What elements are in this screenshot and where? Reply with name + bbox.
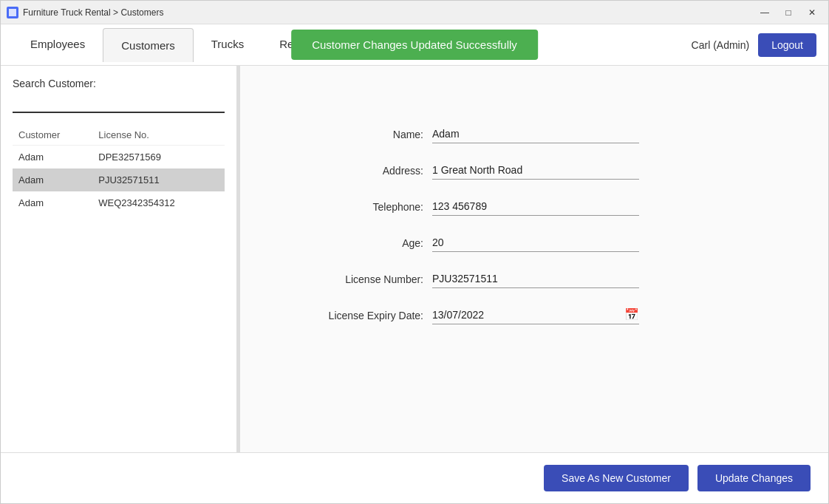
user-label: Carl (Admin) bbox=[692, 39, 750, 51]
form-row-telephone: Telephone: bbox=[299, 197, 769, 216]
address-label: Address: bbox=[299, 165, 432, 180]
form-row-license-expiry: License Expiry Date: 📅 bbox=[299, 306, 769, 324]
notification-banner-wrapper: Customer Changes Updated Successfully bbox=[291, 30, 538, 60]
customer-table: Customer License No. AdamDPE32571569Adam… bbox=[13, 125, 225, 214]
nav-bar: Employees Customers Trucks Rentals Custo… bbox=[1, 24, 828, 66]
window-title: Furniture Truck Rental > Customers bbox=[23, 7, 163, 18]
telephone-label: Telephone: bbox=[299, 201, 432, 216]
form-row-age: Age: bbox=[299, 234, 769, 252]
license-expiry-input[interactable] bbox=[432, 306, 639, 324]
app-icon bbox=[7, 7, 18, 18]
license-cell: PJU32571511 bbox=[92, 168, 225, 191]
age-label: Age: bbox=[299, 237, 432, 252]
save-new-customer-button[interactable]: Save As New Customer bbox=[544, 465, 689, 491]
age-field bbox=[432, 234, 639, 252]
customer-name-cell: Adam bbox=[13, 146, 92, 169]
nav-tabs: Employees Customers Trucks Rentals bbox=[13, 27, 335, 63]
search-input[interactable] bbox=[13, 94, 225, 113]
telephone-input[interactable] bbox=[432, 197, 639, 216]
svg-rect-0 bbox=[9, 9, 16, 16]
success-notification: Customer Changes Updated Successfully bbox=[291, 30, 538, 60]
nav-right: Carl (Admin) Logout bbox=[692, 33, 816, 57]
license-cell: WEQ2342354312 bbox=[92, 191, 225, 214]
logout-button[interactable]: Logout bbox=[758, 33, 816, 57]
minimize-button[interactable]: — bbox=[754, 5, 775, 20]
license-expiry-field: 📅 bbox=[432, 306, 639, 324]
calendar-icon[interactable]: 📅 bbox=[624, 307, 639, 321]
window-controls: — □ ✕ bbox=[754, 5, 822, 20]
maximize-button[interactable]: □ bbox=[778, 5, 799, 20]
content-area: Search Customer: Customer License No. Ad… bbox=[1, 66, 828, 452]
form-row-name: Name: bbox=[299, 125, 769, 143]
search-label: Search Customer: bbox=[13, 78, 225, 89]
name-input[interactable] bbox=[432, 125, 639, 143]
telephone-field bbox=[432, 197, 639, 216]
name-label: Name: bbox=[299, 129, 432, 143]
form-row-license-number: License Number: bbox=[299, 270, 769, 288]
form-row-address: Address: bbox=[299, 161, 769, 180]
main-content: Name: Address: Telephone: bbox=[240, 66, 828, 452]
name-field bbox=[432, 125, 639, 143]
sidebar: Search Customer: Customer License No. Ad… bbox=[1, 66, 237, 452]
title-bar-left: Furniture Truck Rental > Customers bbox=[7, 7, 163, 18]
form-area: Name: Address: Telephone: bbox=[299, 125, 769, 342]
license-expiry-label: License Expiry Date: bbox=[299, 310, 432, 324]
col-license: License No. bbox=[92, 125, 225, 146]
address-input[interactable] bbox=[432, 161, 639, 180]
tab-trucks[interactable]: Trucks bbox=[194, 27, 262, 63]
license-number-input[interactable] bbox=[432, 270, 639, 288]
license-cell: DPE32571569 bbox=[92, 146, 225, 169]
address-field bbox=[432, 161, 639, 180]
customer-name-cell: Adam bbox=[13, 191, 92, 214]
customer-name-cell: Adam bbox=[13, 168, 92, 191]
col-customer: Customer bbox=[13, 125, 92, 146]
table-row[interactable]: AdamDPE32571569 bbox=[13, 146, 225, 169]
close-button[interactable]: ✕ bbox=[802, 5, 822, 20]
update-changes-button[interactable]: Update Changes bbox=[697, 465, 811, 491]
bottom-bar: Save As New Customer Update Changes bbox=[1, 452, 828, 503]
title-bar: Furniture Truck Rental > Customers — □ ✕ bbox=[1, 1, 828, 24]
age-input[interactable] bbox=[432, 234, 639, 252]
table-row[interactable]: AdamPJU32571511 bbox=[13, 168, 225, 191]
license-number-label: License Number: bbox=[299, 273, 432, 288]
table-row[interactable]: AdamWEQ2342354312 bbox=[13, 191, 225, 214]
license-number-field bbox=[432, 270, 639, 288]
tab-employees[interactable]: Employees bbox=[13, 27, 103, 63]
tab-customers[interactable]: Customers bbox=[103, 28, 194, 62]
